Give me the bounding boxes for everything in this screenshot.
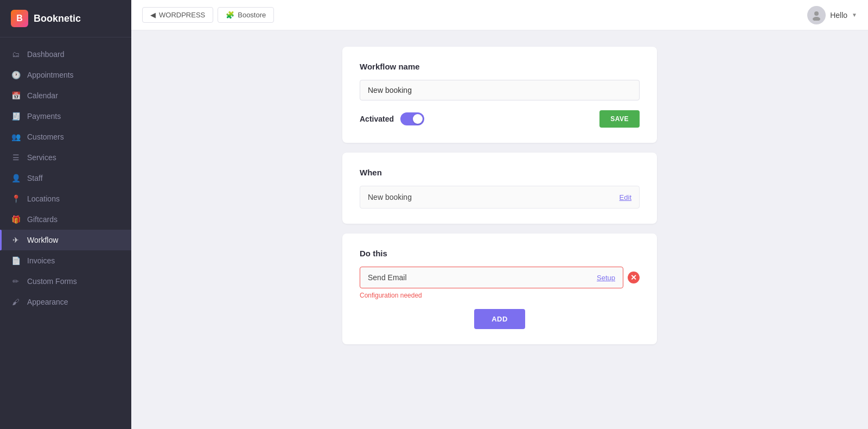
activated-row: Activated SAVE bbox=[360, 110, 640, 128]
svg-point-1 bbox=[813, 17, 820, 21]
topbar-left: ◀ WORDPRESS 🧩 Boostore bbox=[142, 7, 274, 23]
workflow-name-card: Workflow name Activated SAVE bbox=[342, 47, 657, 143]
content-area: Workflow name Activated SAVE When New bo… bbox=[131, 30, 868, 429]
sidebar-item-invoices[interactable]: 📄 Invoices bbox=[0, 250, 131, 271]
appointments-icon: 🕐 bbox=[11, 71, 21, 79]
sidebar-item-locations[interactable]: 📍 Locations bbox=[0, 188, 131, 209]
svg-point-0 bbox=[814, 11, 819, 16]
logo-icon: B bbox=[11, 10, 28, 27]
sidebar-logo: B Booknetic bbox=[0, 0, 131, 37]
boostore-label: Boostore bbox=[238, 11, 266, 19]
do-this-row: Send Email Setup ✕ bbox=[360, 267, 640, 288]
sidebar: B Booknetic 🗂 Dashboard 🕐 Appointments 📅… bbox=[0, 0, 131, 429]
topbar: ◀ WORDPRESS 🧩 Boostore Hello ▼ bbox=[131, 0, 868, 30]
activated-toggle[interactable] bbox=[400, 112, 424, 125]
remove-action-button[interactable]: ✕ bbox=[628, 272, 640, 283]
sidebar-item-label: Appearance bbox=[27, 298, 68, 306]
sidebar-item-appointments[interactable]: 🕐 Appointments bbox=[0, 65, 131, 85]
customers-icon: 👥 bbox=[11, 133, 21, 141]
dashboard-icon: 🗂 bbox=[11, 50, 21, 59]
close-icon: ✕ bbox=[630, 274, 637, 281]
wordpress-label: WORDPRESS bbox=[159, 11, 205, 19]
hello-text: Hello bbox=[830, 11, 847, 20]
when-title: When bbox=[360, 168, 640, 177]
action-value: Send Email bbox=[368, 273, 407, 282]
workflow-icon: ✈ bbox=[11, 236, 21, 244]
sidebar-item-staff[interactable]: 👤 Staff bbox=[0, 168, 131, 188]
sidebar-item-label: Staff bbox=[27, 174, 43, 182]
sidebar-item-label: Invoices bbox=[27, 256, 55, 265]
invoices-icon: 📄 bbox=[11, 256, 21, 265]
sidebar-item-dashboard[interactable]: 🗂 Dashboard bbox=[0, 44, 131, 65]
sidebar-item-customers[interactable]: 👥 Customers bbox=[0, 127, 131, 147]
chevron-down-icon[interactable]: ▼ bbox=[852, 12, 857, 18]
sidebar-item-label: Services bbox=[27, 153, 56, 162]
avatar bbox=[807, 6, 826, 24]
sidebar-item-label: Giftcards bbox=[27, 215, 58, 224]
sidebar-item-label: Customers bbox=[27, 133, 64, 141]
services-icon: ☰ bbox=[11, 153, 21, 162]
activated-left: Activated bbox=[360, 112, 424, 125]
config-needed-message: Configuration needed bbox=[360, 292, 640, 299]
puzzle-icon: 🧩 bbox=[226, 11, 234, 19]
nav-menu: 🗂 Dashboard 🕐 Appointments 📅 Calendar 🧾 … bbox=[0, 37, 131, 319]
sidebar-item-label: Calendar bbox=[27, 91, 58, 100]
save-button[interactable]: SAVE bbox=[599, 110, 640, 128]
sidebar-item-custom-forms[interactable]: ✏ Custom Forms bbox=[0, 271, 131, 292]
when-row: New booking Edit bbox=[360, 186, 640, 209]
sidebar-item-workflow[interactable]: ✈ Workflow bbox=[0, 230, 131, 250]
locations-icon: 📍 bbox=[11, 194, 21, 203]
appearance-icon: 🖌 bbox=[11, 298, 21, 306]
giftcards-icon: 🎁 bbox=[11, 215, 21, 224]
sidebar-item-label: Dashboard bbox=[27, 50, 65, 59]
add-button[interactable]: ADD bbox=[474, 309, 525, 329]
workflow-name-field bbox=[360, 80, 640, 100]
payments-icon: 🧾 bbox=[11, 112, 21, 121]
sidebar-item-appearance[interactable]: 🖌 Appearance bbox=[0, 292, 131, 312]
do-this-title: Do this bbox=[360, 249, 640, 258]
do-this-card: Do this Send Email Setup ✕ Configuration… bbox=[342, 234, 657, 344]
edit-link[interactable]: Edit bbox=[620, 193, 631, 201]
sidebar-item-services[interactable]: ☰ Services bbox=[0, 147, 131, 168]
boostore-button[interactable]: 🧩 Boostore bbox=[218, 7, 274, 23]
sidebar-item-label: Workflow bbox=[27, 236, 58, 244]
sidebar-item-label: Custom Forms bbox=[27, 277, 77, 286]
staff-icon: 👤 bbox=[11, 174, 21, 182]
workflow-name-title: Workflow name bbox=[360, 62, 640, 71]
setup-link[interactable]: Setup bbox=[597, 274, 615, 282]
action-field: Send Email Setup bbox=[360, 267, 623, 288]
topbar-right: Hello ▼ bbox=[807, 6, 857, 24]
workflow-name-input[interactable] bbox=[360, 80, 640, 100]
when-card: When New booking Edit bbox=[342, 153, 657, 224]
sidebar-item-label: Appointments bbox=[27, 71, 74, 79]
sidebar-item-calendar[interactable]: 📅 Calendar bbox=[0, 85, 131, 106]
calendar-icon: 📅 bbox=[11, 91, 21, 100]
sidebar-item-payments[interactable]: 🧾 Payments bbox=[0, 106, 131, 127]
activated-label: Activated bbox=[360, 115, 394, 123]
back-arrow-icon: ◀ bbox=[150, 11, 156, 19]
sidebar-item-giftcards[interactable]: 🎁 Giftcards bbox=[0, 209, 131, 230]
sidebar-item-label: Locations bbox=[27, 194, 60, 203]
main-area: ◀ WORDPRESS 🧩 Boostore Hello ▼ Workflow … bbox=[131, 0, 868, 429]
sidebar-item-label: Payments bbox=[27, 112, 61, 121]
wordpress-button[interactable]: ◀ WORDPRESS bbox=[142, 7, 213, 23]
app-name: Booknetic bbox=[34, 13, 81, 24]
when-value: New booking bbox=[368, 193, 412, 201]
custom-forms-icon: ✏ bbox=[11, 277, 21, 286]
add-btn-row: ADD bbox=[360, 309, 640, 329]
